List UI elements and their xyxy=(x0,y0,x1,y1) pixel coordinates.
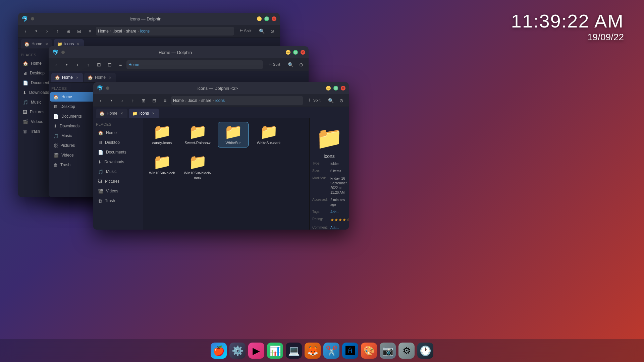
folder-whitesur-dark[interactable]: 📁 WhiteSur-dark xyxy=(254,122,284,147)
win1-minimize[interactable]: — xyxy=(257,16,262,21)
folder-candy-icons[interactable]: 📁 candy-icons xyxy=(147,122,177,147)
menu-btn-1[interactable]: ⊙ xyxy=(268,26,277,36)
info-folder-name: icons xyxy=(324,154,335,159)
taskbar-clock[interactable]: 🕐 xyxy=(417,343,433,359)
tab-home-1[interactable]: 🏠 Home ✕ xyxy=(21,39,52,49)
sidebar3-home[interactable]: 🏠 Home xyxy=(95,128,142,137)
videos-icon-s1: 🎬 xyxy=(23,119,28,124)
sidebar2-trash[interactable]: 🗑 Trash xyxy=(50,160,97,170)
win3-minimize[interactable]: — xyxy=(326,86,331,90)
win3-close[interactable]: ✕ xyxy=(341,86,345,90)
win1-maximize[interactable]: ⬜ xyxy=(264,16,269,21)
win2-maximize[interactable]: ⬜ xyxy=(293,50,298,55)
taskbar-appstore[interactable]: 🅰 xyxy=(342,343,358,359)
dot-1 xyxy=(31,17,34,20)
view-icons-1[interactable]: ⊞ xyxy=(64,26,73,36)
view-compact-2[interactable]: ⊟ xyxy=(105,60,114,69)
win1-close[interactable]: ✕ xyxy=(272,16,276,21)
sidebar3-desktop[interactable]: 🖥 Desktop xyxy=(95,138,142,147)
sidebar2-home[interactable]: 🏠 Home xyxy=(50,92,97,102)
taskbar-settings2[interactable]: ⚙ xyxy=(398,343,415,359)
desktop-icon-s3: 🖥 xyxy=(98,140,102,145)
taskbar-settings[interactable]: ⚙️ xyxy=(229,343,246,359)
tab-icons-3[interactable]: 📁 icons ✕ xyxy=(129,109,159,118)
tab-home-2a[interactable]: 🏠 Home ✕ xyxy=(51,73,83,82)
back-btn-3[interactable]: ‹ xyxy=(96,96,105,105)
sidebar2-desktop[interactable]: 🖥 Desktop xyxy=(50,102,97,111)
taskbar-terminal[interactable]: 💻 xyxy=(286,343,302,359)
folder-win10sur-black-dark[interactable]: 📁 Win10Sur-black-dark xyxy=(182,153,213,182)
sidebar2-downloads[interactable]: ⬇ Downloads xyxy=(50,121,97,131)
back-btn-2[interactable]: ‹ xyxy=(51,60,61,69)
folder-sweet-rainbow[interactable]: 📁 Sweet-Rainbow xyxy=(182,122,213,147)
tab-home-2b[interactable]: 🏠 Home ✕ xyxy=(84,73,116,82)
taskbar-image-editor[interactable]: 🎨 xyxy=(361,343,377,359)
win2-sidebar: Places 🏠 Home 🖥 Desktop 📄 Documents ⬇ Do… xyxy=(49,82,98,197)
view-icons-3[interactable]: ⊞ xyxy=(139,96,148,105)
search-btn-1[interactable]: 🔍 xyxy=(257,26,266,36)
back-down-3[interactable]: ▼ xyxy=(107,96,116,105)
view-list-3[interactable]: ≡ xyxy=(160,96,170,105)
search-btn-2[interactable]: 🔍 xyxy=(286,60,295,69)
sidebar2-pictures[interactable]: 🖼 Pictures xyxy=(50,141,97,150)
media-icon: ▶ xyxy=(253,345,260,356)
info-modified-row: Modified: Friday, 16 September, 2022 at … xyxy=(312,176,346,195)
tab-icons-1-close[interactable]: ✕ xyxy=(76,42,80,46)
win3-toolbar: ‹ ▼ › ↑ ⊞ ⊟ ≡ Home › .local › share › ic… xyxy=(93,94,349,107)
forward-btn-3[interactable]: › xyxy=(117,96,127,105)
folder-win10sur-black[interactable]: 📁 Win10Sur-black xyxy=(147,153,177,182)
forward-btn-1[interactable]: › xyxy=(42,26,52,36)
up-btn-3[interactable]: ↑ xyxy=(128,96,138,105)
sidebar3-pictures[interactable]: 🖼 Pictures xyxy=(95,177,142,186)
search-btn-3[interactable]: 🔍 xyxy=(326,96,335,105)
sidebar3-trash[interactable]: 🗑 Trash xyxy=(95,196,142,205)
clock-date: 19/09/22 xyxy=(511,32,624,43)
view-compact-3[interactable]: ⊟ xyxy=(150,96,159,105)
view-compact-1[interactable]: ⊟ xyxy=(74,26,84,36)
back-btn-1[interactable]: ‹ xyxy=(21,26,30,36)
taskbar-media[interactable]: ▶ xyxy=(248,343,264,359)
up-btn-1[interactable]: ↑ xyxy=(53,26,62,36)
sidebar2-documents[interactable]: 📄 Documents xyxy=(50,112,97,121)
view-list-2[interactable]: ≡ xyxy=(116,60,125,69)
star-rating[interactable]: ★★★★☆ xyxy=(330,217,349,223)
tab-home-2a-close[interactable]: ✕ xyxy=(75,75,79,80)
tab-home-3-close[interactable]: ✕ xyxy=(119,111,124,116)
win3-maximize[interactable]: ⬜ xyxy=(333,86,338,90)
sidebar2-videos[interactable]: 🎬 Videos xyxy=(50,150,97,160)
taskbar-finder[interactable]: 🍎 xyxy=(211,343,227,359)
tab-icons-3-close[interactable]: ✕ xyxy=(151,111,156,116)
taskbar-screenshot[interactable]: 📷 xyxy=(380,343,396,359)
split-btn-1[interactable]: ⊢ Split xyxy=(235,26,256,36)
pictures-icon-s3: 🖼 xyxy=(98,179,102,184)
win2-minimize[interactable]: — xyxy=(286,50,290,55)
sidebar3-documents[interactable]: 📄 Documents xyxy=(95,147,142,157)
split-btn-2[interactable]: ⊢ Split xyxy=(264,60,284,69)
taskbar-firefox[interactable]: 🦊 xyxy=(305,343,321,359)
tab-home-3[interactable]: 🏠 Home ✕ xyxy=(96,109,127,118)
tab-home-1-close[interactable]: ✕ xyxy=(44,42,49,46)
menu-btn-2[interactable]: ⊙ xyxy=(297,60,306,69)
split-btn-3[interactable]: ⊢ Split xyxy=(305,96,325,105)
tab-home-2b-close[interactable]: ✕ xyxy=(108,75,112,80)
folder-win10-icon: 📁 xyxy=(153,155,171,169)
forward-btn-2[interactable]: › xyxy=(73,60,82,69)
taskbar-audio[interactable]: 📊 xyxy=(267,343,283,359)
folder-whitesur[interactable]: 📁 WhiteSur xyxy=(218,122,248,147)
back-down-1[interactable]: ▼ xyxy=(32,26,41,36)
sidebar3-music[interactable]: 🎵 Music xyxy=(95,167,142,176)
tags-link[interactable]: Add... xyxy=(330,210,346,215)
sidebar3-videos[interactable]: 🎬 Videos xyxy=(95,186,142,196)
view-list-1[interactable]: ≡ xyxy=(85,26,95,36)
taskbar-ksnip[interactable]: ✂️ xyxy=(323,343,339,359)
sidebar2-music[interactable]: 🎵 Music xyxy=(50,131,97,140)
back-down-2[interactable]: ▼ xyxy=(62,60,71,69)
sidebar3-downloads[interactable]: ⬇ Downloads xyxy=(95,157,142,167)
view-icons-2[interactable]: ⊞ xyxy=(94,60,104,69)
win2-close[interactable]: ✕ xyxy=(301,50,305,55)
finder-icon: 🍎 xyxy=(213,345,225,356)
menu-btn-3[interactable]: ⊙ xyxy=(337,96,346,105)
home-icon-s1: 🏠 xyxy=(23,61,28,66)
comment-link[interactable]: Add... xyxy=(330,226,346,230)
up-btn-2[interactable]: ↑ xyxy=(84,60,93,69)
